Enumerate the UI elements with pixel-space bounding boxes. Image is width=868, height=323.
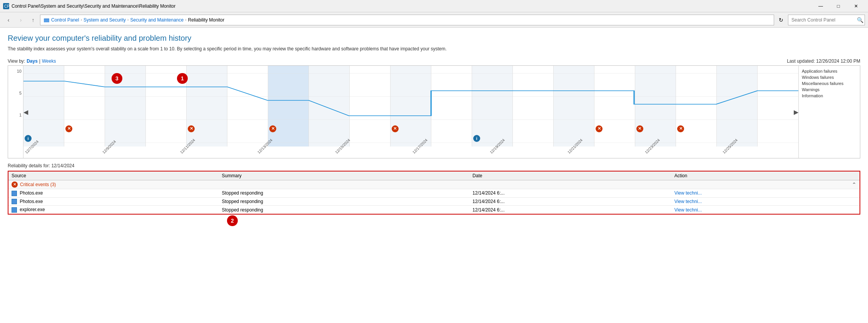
chart-col-3[interactable] (146, 66, 187, 147)
chart-col-9[interactable] (391, 66, 431, 147)
col-source: Source (8, 171, 219, 180)
chart-col-7[interactable] (309, 66, 350, 147)
error-icon-col14[interactable]: ✕ (596, 125, 603, 132)
error-icon-col4[interactable]: ✕ (188, 125, 195, 132)
critical-events-label: Critical events (3) (20, 182, 56, 187)
chart-col-2[interactable] (105, 66, 146, 147)
chart-legend: Application failures Windows failures Mi… (798, 66, 860, 158)
row2-action-link[interactable]: View techni... (674, 199, 702, 204)
row3-summary: Stopped responding (219, 206, 470, 214)
search-wrapper: 🔍 (788, 15, 865, 25)
breadcrumb-control-panel[interactable]: Control Panel (51, 17, 79, 23)
legend-app-failures: Application failures (802, 69, 857, 73)
reliability-details-label: Reliability details for: 12/14/2024 (8, 163, 860, 168)
row2-date: 12/14/2024 6:... (469, 197, 671, 206)
chart-y-axis: 10 5 1 (8, 66, 23, 158)
critical-events-header[interactable]: ✕ Critical events (3) (8, 180, 848, 189)
title-bar-text: Control Panel\System and Security\Securi… (12, 3, 812, 9)
chart-scroll-right[interactable]: ▶ (794, 108, 798, 115)
critical-section-error-icon: ✕ (12, 181, 18, 188)
critical-events-chevron-cell[interactable]: ⌃ (848, 180, 860, 189)
chart-col-8[interactable] (350, 66, 391, 147)
chart-col-10[interactable] (431, 66, 472, 147)
source-icon-3 (12, 207, 17, 213)
row3-source-text: explorer.exe (20, 207, 45, 212)
refresh-button[interactable]: ↻ (776, 15, 786, 25)
chart-dates: 12/7/2024 12/9/2024 12/11/2024 12/13/202… (23, 147, 798, 157)
row3-action-link[interactable]: View techni... (674, 207, 702, 213)
chart-col-12[interactable] (513, 66, 554, 147)
chart-col-13[interactable] (554, 66, 594, 147)
back-button[interactable]: ‹ (3, 15, 14, 25)
search-input[interactable] (788, 15, 865, 25)
search-button[interactable]: 🔍 (857, 17, 863, 23)
chart-col-4[interactable] (187, 66, 227, 147)
view-days-link[interactable]: Days (27, 58, 38, 64)
col-summary: Summary (219, 171, 470, 180)
row2-source: Photos.exe (8, 197, 219, 206)
up-button[interactable]: ↑ (28, 15, 38, 25)
row2-source-text: Photos.exe (20, 199, 43, 204)
maximize-button[interactable]: □ (830, 0, 847, 12)
svg-text:CP: CP (4, 4, 9, 8)
error-icon-col1[interactable]: ✕ (65, 125, 72, 132)
table-row: explorer.exe Stopped responding 12/14/20… (8, 206, 860, 214)
app-icon: CP (3, 3, 9, 9)
legend-information: Information (802, 93, 857, 98)
row1-action-link[interactable]: View techni... (674, 190, 702, 196)
table-row: Photos.exe Stopped responding 12/14/2024… (8, 189, 860, 197)
title-bar-controls: — □ ✕ (812, 0, 865, 12)
forward-button[interactable]: › (15, 15, 26, 25)
row3-action[interactable]: View techni... (671, 206, 848, 214)
row1-source-text: Photos.exe (20, 190, 43, 196)
chart-col-11[interactable] (472, 66, 513, 147)
chart-col-1[interactable] (64, 66, 105, 147)
legend-warnings: Warnings (802, 87, 857, 92)
info-icon-col11[interactable]: i (473, 135, 480, 142)
badge-2-circle: 2 (227, 215, 238, 226)
info-icon-col0[interactable]: i (25, 135, 32, 142)
breadcrumb-security-maintenance[interactable]: Security and Maintenance (130, 17, 184, 23)
chart-col-6-selected[interactable] (268, 66, 309, 147)
chart-col-16[interactable] (676, 66, 717, 147)
chart-inner: 10 5 1 (8, 66, 860, 158)
view-by-controls: View by: Days | Weeks (8, 58, 56, 64)
chart-col-5[interactable] (227, 66, 268, 147)
chart-col-18[interactable] (758, 66, 798, 147)
breadcrumb: Control Panel › System and Security › Se… (40, 15, 774, 25)
minimize-button[interactable]: — (812, 0, 830, 12)
error-icon-col9[interactable]: ✕ (392, 125, 399, 132)
chart-body[interactable]: ✕ ✕ ✕ ✕ ✕ ✕ ✕ i i 12/7/2024 12/9/ (23, 66, 798, 158)
chart-grid (23, 66, 798, 147)
page-description: The stability index assesses your system… (8, 46, 860, 52)
critical-events-section-row[interactable]: ✕ Critical events (3) ⌃ (8, 180, 860, 189)
legend-misc-failures: Miscellaneous failures (802, 81, 857, 86)
reliability-chart[interactable]: 10 5 1 (8, 65, 860, 158)
chevron-up-icon[interactable]: ⌃ (852, 181, 856, 188)
address-bar: ‹ › ↑ Control Panel › System and Securit… (0, 12, 868, 28)
row1-source: Photos.exe (8, 189, 219, 197)
chart-col-15[interactable] (635, 66, 676, 147)
close-button[interactable]: ✕ (847, 0, 865, 12)
chart-col-0[interactable] (23, 66, 64, 147)
chart-scroll-left[interactable]: ◀ (23, 108, 28, 115)
row1-action[interactable]: View techni... (671, 189, 848, 197)
source-icon-1 (12, 191, 17, 196)
main-content: Review your computer's reliability and p… (0, 28, 868, 323)
chart-col-17[interactable] (717, 66, 758, 147)
error-icon-col6[interactable]: ✕ (269, 125, 276, 132)
row2-action[interactable]: View techni... (671, 197, 848, 206)
chart-col-14[interactable] (594, 66, 635, 147)
breadcrumb-system-security[interactable]: System and Security (83, 17, 126, 23)
row1-date: 12/14/2024 6:... (469, 189, 671, 197)
source-icon-2 (12, 199, 17, 204)
error-icon-col16[interactable]: ✕ (677, 125, 684, 132)
table-header-row: Source Summary Date Action (8, 171, 860, 180)
row3-date: 12/14/2024 6:... (469, 206, 671, 214)
legend-windows-failures: Windows failures (802, 75, 857, 80)
error-icon-col15[interactable]: ✕ (636, 125, 643, 132)
view-weeks-link[interactable]: Weeks (42, 58, 56, 64)
y-label-1: 1 (10, 113, 22, 117)
view-by-row: View by: Days | Weeks Last updated: 12/2… (8, 58, 860, 64)
y-label-10: 10 (10, 69, 22, 73)
